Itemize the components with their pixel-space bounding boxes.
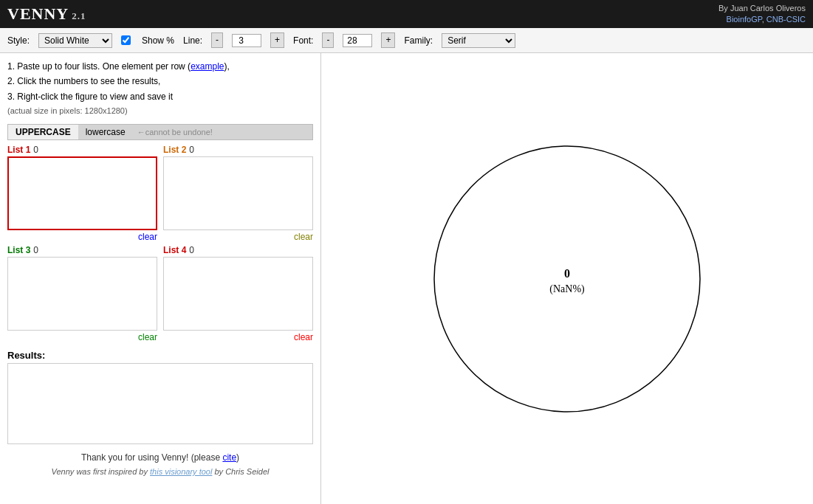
stylebar: Style: Solid White Solid Color Transpare…	[0, 28, 813, 53]
style-label: Style:	[7, 35, 30, 46]
list1-clear-link[interactable]: clear	[7, 232, 157, 242]
instructions: 1. Paste up to four lists. One element p…	[7, 59, 313, 118]
app-version: 2.1	[72, 10, 86, 21]
tab-uppercase[interactable]: UPPERCASE	[8, 125, 78, 139]
author-links: BioinfoGP, CNB-CSIC	[718, 14, 806, 25]
list3-clear-link[interactable]: clear	[7, 332, 157, 342]
lists-row-1: List 1 0 clear List 2 0 clear	[7, 145, 313, 242]
right-panel: 0 (NaN%)	[321, 53, 813, 504]
app-title: Venny2.1	[7, 4, 86, 24]
list1-textarea[interactable]	[7, 156, 157, 230]
font-minus-button[interactable]: -	[322, 32, 334, 48]
app-name-text: Venny	[7, 4, 69, 23]
line-label: Line:	[183, 35, 202, 46]
list3-container: List 3 0 clear	[7, 245, 157, 342]
list3-label: List 3	[7, 245, 30, 255]
cannot-undo-notice: ←cannot be undone!	[137, 128, 213, 137]
list4-count: 0	[189, 245, 194, 255]
list4-container: List 4 0 clear	[163, 245, 313, 342]
font-plus-button[interactable]: +	[381, 32, 395, 48]
footer-thanks: Thank you for using Venny! (please cite)	[7, 450, 313, 465]
line-minus-button[interactable]: -	[211, 32, 223, 48]
line-value-input[interactable]	[232, 34, 261, 47]
author-info: By Juan Carlos Oliveros BioinfoGP, CNB-C…	[718, 3, 806, 26]
font-value-input[interactable]	[343, 34, 372, 47]
list1-container: List 1 0 clear	[7, 145, 157, 242]
instruction-step3: 3. Right-click the figure to view and sa…	[7, 89, 313, 104]
family-select[interactable]: Serif Sans-serif Monospace	[442, 33, 515, 48]
show-percent-label[interactable]: Show %	[142, 35, 174, 46]
bioinfoGP-link[interactable]: BioinfoGP	[727, 15, 762, 24]
size-note: (actual size in pixels: 1280x1280)	[7, 104, 313, 118]
list4-label: List 4	[163, 245, 186, 255]
tab-lowercase[interactable]: lowercase	[78, 125, 133, 139]
list2-label: List 2	[163, 145, 186, 155]
list4-header: List 4 0	[163, 245, 313, 255]
cnb-csic-link[interactable]: CNB-CSIC	[766, 15, 806, 24]
list3-count: 0	[33, 245, 38, 255]
left-panel: 1. Paste up to four lists. One element p…	[0, 53, 321, 504]
line-plus-button[interactable]: +	[270, 32, 284, 48]
toolbar: Venny2.1 By Juan Carlos Oliveros Bioinfo…	[0, 0, 813, 28]
venn-center-value: 0	[564, 267, 570, 280]
family-label: Family:	[404, 35, 433, 46]
footer-inspired: Venny was first inspired by this visiona…	[7, 465, 313, 479]
lists-row-2: List 3 0 clear List 4 0 clear	[7, 245, 313, 342]
tabs-bar: UPPERCASE lowercase ←cannot be undone!	[7, 124, 313, 140]
instruction-step2: 2. Click the numbers to see the results,	[7, 74, 313, 89]
instruction-step1: 1. Paste up to four lists. One element p…	[7, 59, 313, 74]
list2-count: 0	[189, 145, 194, 155]
style-select[interactable]: Solid White Solid Color Transparent	[38, 33, 112, 48]
list1-count: 0	[33, 145, 38, 155]
list3-textarea[interactable]	[7, 257, 157, 331]
list2-textarea[interactable]	[163, 156, 313, 230]
author-line1: By Juan Carlos Oliveros	[718, 3, 806, 14]
list4-clear-link[interactable]: clear	[163, 332, 313, 342]
list2-clear-link[interactable]: clear	[163, 232, 313, 242]
cite-link[interactable]: cite	[222, 452, 236, 463]
visionary-link[interactable]: this visionary tool	[150, 467, 212, 476]
list2-header: List 2 0	[163, 145, 313, 155]
list3-header: List 3 0	[7, 245, 157, 255]
list4-textarea[interactable]	[163, 257, 313, 331]
main-layout: 1. Paste up to four lists. One element p…	[0, 53, 813, 504]
font-label: Font:	[293, 35, 313, 46]
list2-container: List 2 0 clear	[163, 145, 313, 242]
footer: Thank you for using Venny! (please cite)…	[7, 450, 313, 479]
list1-label: List 1	[7, 145, 30, 155]
venn-center-percent: (NaN%)	[549, 283, 585, 295]
list1-header: List 1 0	[7, 145, 157, 155]
show-percent-checkbox[interactable]	[121, 35, 131, 45]
results-label: Results:	[7, 350, 313, 361]
results-textarea[interactable]	[7, 363, 313, 444]
example-link[interactable]: example	[191, 61, 224, 72]
venn-diagram: 0 (NaN%)	[412, 124, 722, 434]
